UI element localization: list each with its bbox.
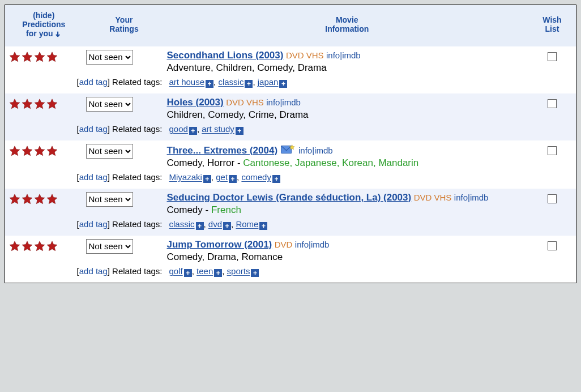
rating-select[interactable]: Not seen [86,97,133,112]
wishlist-checkbox[interactable] [548,99,557,108]
media-formats: DVD VHS [414,193,452,202]
add-tag-link[interactable]: add tag [79,219,108,229]
rating-select[interactable]: Not seen [86,192,133,207]
tags-cell: Miyazaki+, get+, comedy+ [166,171,576,189]
tag-add-icon[interactable]: + [236,127,243,135]
tag-add-icon[interactable]: + [189,127,197,135]
add-tag-link[interactable]: add tag [79,77,108,87]
add-tag-link[interactable]: add tag [79,124,108,134]
tag-add-icon[interactable]: + [251,269,259,277]
tag-add-icon[interactable]: + [229,175,237,183]
wishlist-checkbox[interactable] [548,146,557,155]
rating-select[interactable]: Not seen [86,239,133,254]
wishlist-checkbox[interactable] [548,241,557,250]
table-row: Not seen Seducing Doctor Lewis (Grande s… [5,189,576,218]
movie-title-link[interactable]: Secondhand Lions (2003) [167,50,284,61]
wishlist-checkbox[interactable] [548,194,557,203]
rating-select[interactable]: Not seen [86,50,133,65]
tag-link[interactable]: japan [258,77,279,87]
movie-title-link[interactable]: Jump Tomorrow (2001) [167,239,272,250]
tag-link[interactable]: dvd [208,219,222,229]
info-link[interactable]: info [298,146,312,155]
tag-add-icon[interactable]: + [272,175,280,183]
tag-link[interactable]: art house [169,77,205,87]
add-tag-bracket: ] [108,172,110,182]
tag-link[interactable]: art study [202,124,234,134]
movie-info-cell: Jump Tomorrow (2001) DVD info|imdb Comed… [166,236,529,265]
info-link[interactable]: info [454,193,468,202]
imdb-link[interactable]: imdb [314,146,333,155]
tag-row: [add tag] Related tags: good+, art study… [5,123,576,140]
imdb-link[interactable]: imdb [470,193,489,202]
imdb-link[interactable]: imdb [342,50,361,60]
tag-row: [add tag] Related tags: golf+, teen+, sp… [5,265,576,283]
tag-add-icon[interactable]: + [196,222,204,230]
table-row: Not seen Secondhand Lions (2003) DVD VHS… [5,46,576,76]
media-formats: DVD VHS [226,97,264,107]
rating-cell: Not seen [83,140,166,171]
genres-text: Comedy, Horror - Cantonese, Japanese, Ko… [167,157,526,169]
col-header-predictions: (hide) Predictions for you ➜ [5,5,83,46]
star-icon [21,241,33,250]
rating-select[interactable]: Not seen [86,144,133,159]
add-tag-link[interactable]: add tag [79,266,108,276]
tag-link[interactable]: golf [169,266,183,276]
media-formats: DVD [275,240,293,249]
tag-link[interactable]: good [169,124,188,134]
tag-link[interactable]: comedy [241,172,271,182]
prediction-cell [5,236,83,265]
tag-add-icon[interactable]: + [245,80,253,88]
tag-link[interactable]: classic [218,77,243,87]
tags-cell: golf+, teen+, sports+ [166,265,576,283]
info-link[interactable]: info [295,240,309,249]
languages-text: Cantonese, Japanese, Korean, Mandarin [243,157,418,168]
star-rating [8,239,79,253]
col-header-wish-list: Wish List [528,5,576,46]
star-icon [33,194,46,203]
tag-add-icon[interactable]: + [206,80,213,88]
star-icon [21,52,33,61]
tag-add-icon[interactable]: + [203,175,211,183]
tag-row: [add tag] Related tags: art house+, clas… [5,76,576,93]
tag-link[interactable]: get [216,172,228,182]
star-half-icon [46,146,58,155]
related-tags-label: Related tags: [112,172,162,182]
tag-link[interactable]: Rome [236,219,258,229]
add-tag-bracket: ] [108,124,110,134]
related-tags-label: Related tags: [112,124,162,134]
tag-add-icon[interactable]: + [223,222,231,230]
info-link[interactable]: info [326,50,340,60]
info-link[interactable]: info [266,97,280,107]
wish-cell [528,46,576,76]
tag-add-icon[interactable]: + [214,269,222,277]
tag-link[interactable]: classic [169,219,195,229]
movie-title-link[interactable]: Three... Extremes (2004) [167,145,278,156]
star-icon [8,52,21,61]
tag-add-icon[interactable]: + [259,222,267,230]
mail-new-icon[interactable] [280,146,296,155]
imdb-link[interactable]: imdb [311,240,330,249]
star-half-icon [46,241,58,250]
tag-add-icon[interactable]: + [279,80,287,88]
movie-title-link[interactable]: Holes (2003) [167,97,224,108]
languages-text: French [211,204,241,215]
tag-link[interactable]: Miyazaki [169,172,202,182]
sort-arrow-icon[interactable]: ➜ [54,31,62,37]
hide-predictions-link[interactable]: (hide) [33,11,54,20]
tag-row: [add tag] Related tags: Miyazaki+, get+,… [5,171,576,189]
add-tag-bracket: ] [108,77,110,87]
imdb-link[interactable]: imdb [282,97,301,107]
tag-link[interactable]: sports [227,266,250,276]
movie-info-cell: Secondhand Lions (2003) DVD VHS info|imd… [166,46,529,76]
col-header-your-ratings: Your Ratings [83,5,166,46]
wishlist-checkbox[interactable] [548,52,557,61]
tags-cell: classic+, dvd+, Rome+ [166,218,576,236]
tag-link[interactable]: teen [196,266,213,276]
movie-title-link[interactable]: Seducing Doctor Lewis (Grande séduction,… [167,192,412,203]
table-row: Not seen Holes (2003) DVD VHS info|imdb … [5,93,576,123]
star-icon [33,99,46,108]
tag-add-icon[interactable]: + [184,269,192,277]
genres-text: Comedy, Drama, Romance [167,252,526,263]
add-tag-link[interactable]: add tag [79,172,108,182]
star-icon [8,146,21,155]
